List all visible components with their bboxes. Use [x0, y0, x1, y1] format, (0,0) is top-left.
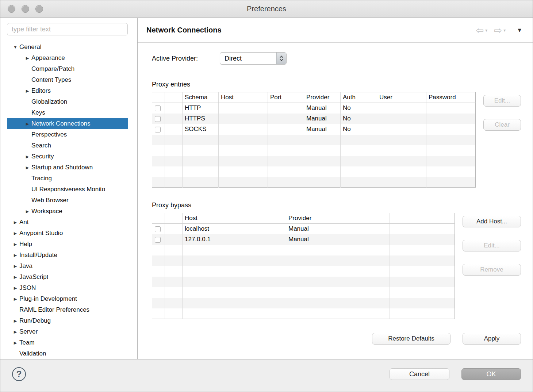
column-header-host: Host — [219, 92, 268, 103]
sidebar-item-tracing[interactable]: Tracing — [7, 173, 128, 184]
sidebar-item-run-debug[interactable]: ▶Run/Debug — [7, 315, 128, 326]
sidebar-item-startup-and-shutdown[interactable]: ▶Startup and Shutdown — [7, 162, 128, 173]
row-checkbox[interactable] — [155, 226, 161, 232]
column-header-auth: Auth — [341, 92, 377, 103]
row-checkbox[interactable] — [155, 105, 161, 111]
row-checkbox[interactable] — [155, 127, 161, 132]
expand-arrow-icon[interactable]: ▶ — [23, 89, 31, 93]
remove-bypass-button[interactable]: Remove — [463, 264, 521, 276]
edit-bypass-button[interactable]: Edit... — [463, 240, 521, 251]
sidebar-item-appearance[interactable]: ▶Appearance — [7, 53, 128, 64]
minimize-button[interactable] — [22, 5, 29, 13]
sidebar-item-raml-editor-preferences[interactable]: RAML Editor Preferences — [7, 304, 128, 315]
expand-arrow-icon[interactable]: ▶ — [11, 220, 19, 225]
sidebar-item-compare-patch[interactable]: Compare/Patch — [7, 64, 128, 74]
clear-proxy-entries-button[interactable]: Clear — [483, 119, 521, 131]
sidebar-item-content-types[interactable]: Content Types — [7, 74, 128, 85]
table-cell: Manual — [304, 124, 341, 135]
close-button[interactable] — [8, 5, 15, 13]
help-button[interactable]: ? — [12, 367, 26, 381]
expand-arrow-icon[interactable]: ▶ — [11, 341, 19, 345]
forward-icon[interactable]: ⇨ — [494, 26, 502, 35]
sidebar-item-json[interactable]: ▶JSON — [7, 283, 128, 293]
main-area: ▼General▶AppearanceCompare/PatchContent … — [0, 18, 533, 359]
sidebar-item-java[interactable]: ▶Java — [7, 261, 128, 272]
sidebar-item-editors[interactable]: ▶Editors — [7, 85, 128, 96]
collapse-arrow-icon[interactable]: ▼ — [11, 45, 19, 49]
table-cell — [390, 255, 455, 266]
zoom-button[interactable] — [35, 5, 43, 13]
table-cell: Manual — [286, 234, 390, 245]
expand-arrow-icon[interactable]: ▶ — [11, 253, 19, 258]
active-provider-row: Active Provider: Direct — [152, 52, 521, 65]
sidebar-item-ui-responsiveness-monito[interactable]: UI Responsiveness Monito — [7, 184, 128, 195]
filter-input[interactable] — [7, 23, 128, 35]
table-row[interactable]: localhostManual — [152, 224, 455, 234]
cancel-button[interactable]: Cancel — [390, 368, 449, 380]
sidebar-item-anypoint-studio[interactable]: ▶Anypoint Studio — [7, 228, 128, 239]
preferences-tree: ▼General▶AppearanceCompare/PatchContent … — [0, 35, 137, 359]
expand-arrow-icon[interactable]: ▶ — [23, 56, 31, 61]
table-cell — [152, 145, 165, 156]
table-cell — [426, 145, 476, 156]
sidebar-item-team[interactable]: ▶Team — [7, 337, 128, 348]
sidebar-item-network-connections[interactable]: ▶Network Connections — [7, 118, 128, 129]
table-row[interactable]: HTTPSManualNo — [152, 114, 476, 124]
table-cell — [219, 145, 268, 156]
table-cell — [304, 145, 341, 156]
edit-proxy-entry-button[interactable]: Edit... — [483, 95, 521, 107]
sidebar-item-globalization[interactable]: Globalization — [7, 96, 128, 107]
sidebar-item-validation[interactable]: Validation — [7, 348, 128, 359]
active-provider-select[interactable]: Direct — [220, 52, 287, 65]
table-row-empty — [152, 266, 455, 277]
table-cell — [152, 166, 165, 177]
expand-arrow-icon[interactable]: ▶ — [11, 264, 19, 269]
table-cell — [152, 114, 165, 124]
back-menu-icon[interactable]: ▾ — [485, 28, 487, 33]
expand-arrow-icon[interactable]: ▶ — [23, 209, 31, 214]
sidebar-item-ant[interactable]: ▶Ant — [7, 217, 128, 228]
expand-arrow-icon[interactable]: ▶ — [11, 242, 19, 247]
table-row[interactable]: SOCKSManualNo — [152, 124, 476, 135]
expand-arrow-icon[interactable]: ▶ — [23, 154, 31, 159]
sidebar-item-security[interactable]: ▶Security — [7, 151, 128, 162]
sidebar-item-general[interactable]: ▼General — [7, 42, 128, 53]
sidebar-item-server[interactable]: ▶Server — [7, 326, 128, 337]
sidebar-item-workspace[interactable]: ▶Workspace — [7, 206, 128, 217]
expand-arrow-icon[interactable]: ▶ — [11, 297, 19, 301]
sidebar-item-label: JavaScript — [19, 273, 48, 281]
row-checkbox[interactable] — [155, 116, 161, 122]
expand-arrow-icon[interactable]: ▶ — [23, 122, 31, 126]
expand-arrow-icon[interactable]: ▶ — [11, 286, 19, 291]
table-row-empty — [152, 255, 455, 266]
sidebar-item-keys[interactable]: Keys — [7, 107, 128, 118]
row-checkbox[interactable] — [155, 237, 161, 243]
sidebar-item-javascript[interactable]: ▶JavaScript — [7, 272, 128, 283]
restore-defaults-button[interactable]: Restore Defaults — [372, 333, 450, 345]
expand-arrow-icon[interactable]: ▶ — [11, 330, 19, 334]
apply-button[interactable]: Apply — [463, 333, 521, 345]
sidebar-item-search[interactable]: Search — [7, 140, 128, 151]
add-host-button[interactable]: Add Host... — [463, 216, 521, 227]
sidebar-item-plug-in-development[interactable]: ▶Plug-in Development — [7, 293, 128, 304]
filter-wrap — [0, 18, 137, 35]
forward-menu-icon[interactable]: ▾ — [503, 28, 506, 33]
table-row[interactable]: HTTPManualNo — [152, 103, 476, 114]
table-row[interactable]: 127.0.0.1Manual — [152, 234, 455, 245]
column-header-provider: Provider — [286, 213, 390, 224]
back-icon[interactable]: ⇦ — [476, 26, 484, 35]
sidebar-item-help[interactable]: ▶Help — [7, 239, 128, 250]
sidebar-item-perspectives[interactable]: Perspectives — [7, 129, 128, 140]
expand-arrow-icon[interactable]: ▶ — [23, 165, 31, 170]
table-cell — [165, 234, 183, 245]
sidebar-item-install-update[interactable]: ▶Install/Update — [7, 250, 128, 261]
view-menu-icon[interactable]: ▼ — [517, 27, 522, 34]
expand-arrow-icon[interactable]: ▶ — [11, 319, 19, 323]
expand-arrow-icon[interactable]: ▶ — [11, 275, 19, 280]
table-cell — [304, 156, 341, 166]
expand-arrow-icon[interactable]: ▶ — [11, 231, 19, 236]
table-row-empty — [152, 298, 455, 308]
table-cell — [377, 124, 426, 135]
ok-button[interactable]: OK — [461, 368, 521, 380]
sidebar-item-web-browser[interactable]: Web Browser — [7, 195, 128, 206]
